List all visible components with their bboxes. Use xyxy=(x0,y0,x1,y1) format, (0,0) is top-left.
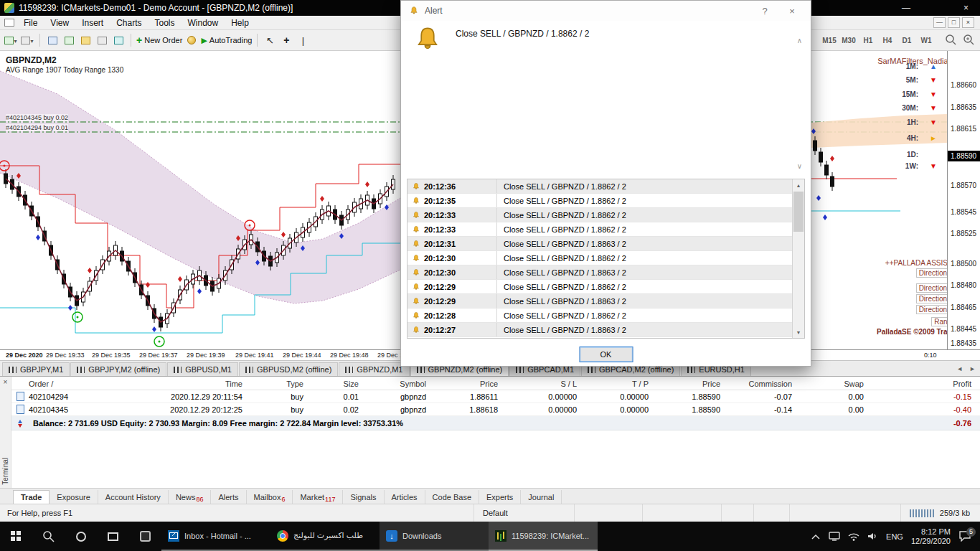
timeframe-d1-button[interactable]: D1 xyxy=(897,33,916,47)
chart-tab[interactable]: GBPUSD,M2 (offline) xyxy=(239,362,338,376)
strategy-tester-button[interactable] xyxy=(111,32,126,48)
dialog-close-button[interactable]: × xyxy=(781,6,803,17)
terminal-button[interactable] xyxy=(95,32,109,48)
chart-tab[interactable]: GBPJPY,M1 xyxy=(2,362,70,376)
taskbar-clock[interactable]: 8:12 PM 12/29/2020 xyxy=(911,527,951,546)
scroll-up-icon[interactable] xyxy=(793,179,804,191)
tab-label: Mailbox xyxy=(254,493,281,501)
alert-next-icon[interactable] xyxy=(797,162,802,170)
scroll-down-icon[interactable] xyxy=(793,326,804,338)
pinned-app-button[interactable] xyxy=(129,522,161,551)
terminal-tab-market[interactable]: Market117 xyxy=(293,490,343,504)
alert-row[interactable]: 20:12:27Close SELL / GBPNZD / 1.8863 / 2 xyxy=(407,323,792,337)
terminal-tab-journal[interactable]: Journal xyxy=(521,490,562,504)
navigator-button[interactable] xyxy=(78,32,93,48)
terminal-tab-experts[interactable]: Experts xyxy=(479,490,521,504)
chart-tab[interactable]: GBPNZD,M1 xyxy=(339,362,409,376)
menu-insert[interactable]: Insert xyxy=(75,17,110,29)
start-button[interactable] xyxy=(0,522,32,551)
alert-row[interactable]: 20:12:36Close SELL / GBPNZD / 1.8862 / 2 xyxy=(407,179,792,194)
alert-row[interactable]: 20:12:31Close SELL / GBPNZD / 1.8863 / 2 xyxy=(407,237,792,251)
alert-row[interactable]: 20:12:30Close SELL / GBPNZD / 1.8863 / 2 xyxy=(407,265,792,280)
menu-help[interactable]: Help xyxy=(225,17,255,29)
wifi-icon[interactable] xyxy=(848,532,859,541)
order-row[interactable]: 402104294 2020.12.29 20:11:54 buy 0.01 g… xyxy=(11,390,980,403)
terminal-tab-alerts[interactable]: Alerts xyxy=(211,490,246,504)
terminal-tab-mailbox[interactable]: Mailbox6 xyxy=(247,490,293,504)
alert-list-scrollbar[interactable] xyxy=(792,179,804,338)
taskbar-app-mail[interactable]: Inbox - Hotmail - ... xyxy=(161,522,270,551)
menu-file[interactable]: File xyxy=(17,17,44,29)
order-annotation: #402104345 buy 0.02 xyxy=(6,114,68,121)
task-view-button[interactable] xyxy=(97,522,129,551)
balance-row[interactable]: Balance: 2 731.69 USD Equity: 2 730.93 M… xyxy=(11,416,980,430)
chart-tab[interactable]: GBPJPY,M2 (offline) xyxy=(70,362,166,376)
alert-prev-icon[interactable] xyxy=(797,37,802,44)
alert-row[interactable]: 20:12:28Close SELL / GBPNZD / 1.8862 / 2 xyxy=(407,309,792,323)
alert-row[interactable]: 20:12:33Close SELL / GBPNZD / 1.8862 / 2 xyxy=(407,208,792,222)
terminal-tab-code-base[interactable]: Code Base xyxy=(425,490,479,504)
tray-expand-icon[interactable] xyxy=(811,533,821,540)
scroll-tabs-right-icon[interactable] xyxy=(967,365,978,372)
price-axis[interactable]: 1.88660 1.88635 1.88615 1.88590 1.88570 … xyxy=(947,51,980,349)
terminal-tab-account-history[interactable]: Account History xyxy=(98,490,169,504)
cursor-tool-icon[interactable] xyxy=(263,32,277,48)
terminal-tab-signals[interactable]: Signals xyxy=(343,490,384,504)
taskbar-app-metatrader[interactable]: 11598239: ICMarket... xyxy=(489,522,598,551)
zoom-out-icon[interactable] xyxy=(945,34,956,45)
terminal-tab-trade[interactable]: Trade xyxy=(13,490,50,504)
market-watch-button[interactable] xyxy=(45,32,60,48)
menu-view[interactable]: View xyxy=(44,17,75,29)
terminal-tab-news[interactable]: News86 xyxy=(169,490,212,504)
profiles-button[interactable] xyxy=(20,32,34,48)
zoom-in-icon[interactable] xyxy=(963,34,974,45)
restore-chart-icon[interactable]: □ xyxy=(948,17,960,28)
timeframe-m30-button[interactable]: M30 xyxy=(839,33,858,47)
menu-tools[interactable]: Tools xyxy=(149,17,182,29)
metaeditor-button[interactable] xyxy=(184,32,199,48)
order-row[interactable]: 402104345 2020.12.29 20:12:25 buy 0.02 g… xyxy=(11,403,980,416)
timeframe-w1-button[interactable]: W1 xyxy=(917,33,936,47)
alert-row[interactable]: 20:12:29Close SELL / GBPNZD / 1.8863 / 2 xyxy=(407,294,792,309)
alert-row[interactable]: 20:12:35Close SELL / GBPNZD / 1.8862 / 2 xyxy=(407,194,792,208)
vertical-line-tool-icon[interactable] xyxy=(296,32,310,48)
minimize-window-icon[interactable]: — xyxy=(902,3,910,13)
data-window-button[interactable] xyxy=(62,32,76,48)
timeframe-h4-button[interactable]: H4 xyxy=(878,33,897,47)
close-window-icon[interactable]: × xyxy=(963,3,969,13)
taskbar-app-browser[interactable]: طلب اكسبرت للبولنج xyxy=(270,522,380,551)
minimize-chart-icon[interactable]: — xyxy=(933,17,946,28)
notification-center-button[interactable]: 5 xyxy=(958,530,973,543)
alert-row[interactable]: 20:12:33Close SELL / GBPNZD / 1.8862 / 2 xyxy=(407,222,792,237)
autotrading-button[interactable]: AutoTrading xyxy=(201,32,252,48)
scroll-tabs-left-icon[interactable] xyxy=(954,365,965,372)
close-chart-icon[interactable]: × xyxy=(962,17,974,28)
taskbar-app-downloads[interactable]: Downloads xyxy=(380,522,489,551)
ok-button[interactable]: OK xyxy=(579,347,633,362)
search-button[interactable] xyxy=(32,522,65,551)
alert-row[interactable]: 20:12:29Close SELL / GBPNZD / 1.8862 / 2 xyxy=(407,280,792,294)
chart-tab[interactable]: GBPUSD,M1 xyxy=(167,362,238,376)
alert-dialog-titlebar[interactable]: Alert ? × xyxy=(401,1,811,21)
metatrader-icon xyxy=(495,530,507,542)
terminal-tab-exposure[interactable]: Exposure xyxy=(50,490,98,504)
language-indicator[interactable]: ENG xyxy=(886,532,903,541)
crosshair-tool-icon[interactable] xyxy=(279,32,293,48)
scrollbar-thumb[interactable] xyxy=(793,192,804,232)
chart-window-icon[interactable] xyxy=(4,19,14,27)
menu-charts[interactable]: Charts xyxy=(110,17,148,29)
timeframe-m15-button[interactable]: M15 xyxy=(820,33,839,47)
cortana-button[interactable] xyxy=(65,522,97,551)
network-icon[interactable] xyxy=(829,532,840,541)
new-chart-button[interactable] xyxy=(4,32,18,48)
profile-selector[interactable]: Default xyxy=(473,504,574,522)
timeframe-h1-button[interactable]: H1 xyxy=(859,33,877,47)
new-order-button[interactable]: New Order xyxy=(136,32,182,48)
dialog-help-button[interactable]: ? xyxy=(754,6,776,17)
orders-table-header[interactable]: Order / Time Type Size Symbol Price S / … xyxy=(11,378,980,390)
alert-row[interactable]: 20:12:30Close SELL / GBPNZD / 1.8862 / 2 xyxy=(407,251,792,265)
volume-icon[interactable] xyxy=(867,532,878,541)
close-terminal-icon[interactable]: × xyxy=(0,377,11,386)
terminal-tab-articles[interactable]: Articles xyxy=(385,490,425,504)
menu-window[interactable]: Window xyxy=(182,17,225,29)
